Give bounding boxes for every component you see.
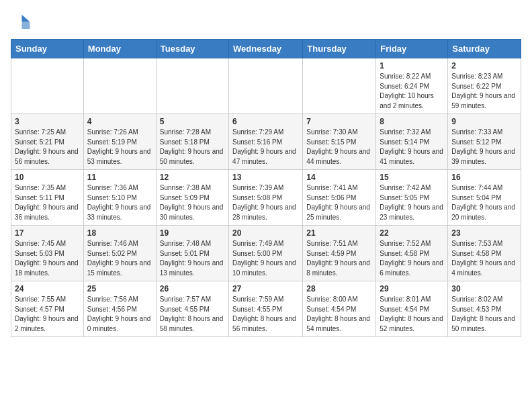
day-info: Sunrise: 8:00 AM Sunset: 4:54 PM Dayligh… bbox=[306, 295, 372, 334]
day-info: Sunrise: 7:46 AM Sunset: 5:02 PM Dayligh… bbox=[87, 239, 152, 278]
calendar-cell: 5Sunrise: 7:28 AM Sunset: 5:18 PM Daylig… bbox=[156, 114, 228, 170]
logo bbox=[11, 11, 34, 31]
calendar-cell bbox=[83, 58, 156, 114]
day-info: Sunrise: 7:26 AM Sunset: 5:19 PM Dayligh… bbox=[87, 128, 152, 167]
day-info: Sunrise: 8:22 AM Sunset: 6:24 PM Dayligh… bbox=[380, 72, 444, 111]
calendar-cell: 20Sunrise: 7:49 AM Sunset: 5:00 PM Dayli… bbox=[229, 226, 303, 281]
calendar-week-row: 1Sunrise: 8:22 AM Sunset: 6:24 PM Daylig… bbox=[11, 58, 521, 114]
calendar-cell bbox=[229, 58, 303, 114]
day-info: Sunrise: 7:33 AM Sunset: 5:12 PM Dayligh… bbox=[451, 128, 517, 167]
day-number: 17 bbox=[15, 228, 80, 238]
day-number: 7 bbox=[306, 117, 372, 126]
day-number: 3 bbox=[15, 117, 80, 126]
calendar-cell: 21Sunrise: 7:51 AM Sunset: 4:59 PM Dayli… bbox=[303, 226, 376, 281]
day-info: Sunrise: 7:49 AM Sunset: 5:00 PM Dayligh… bbox=[232, 239, 299, 278]
calendar-cell: 23Sunrise: 7:53 AM Sunset: 4:58 PM Dayli… bbox=[448, 226, 521, 281]
day-info: Sunrise: 8:02 AM Sunset: 4:53 PM Dayligh… bbox=[451, 295, 517, 334]
calendar-week-row: 3Sunrise: 7:25 AM Sunset: 5:21 PM Daylig… bbox=[11, 114, 521, 170]
calendar-cell: 30Sunrise: 8:02 AM Sunset: 4:53 PM Dayli… bbox=[448, 281, 521, 337]
calendar-week-row: 10Sunrise: 7:35 AM Sunset: 5:11 PM Dayli… bbox=[11, 170, 521, 226]
calendar-cell: 15Sunrise: 7:42 AM Sunset: 5:05 PM Dayli… bbox=[376, 170, 448, 226]
calendar-cell: 26Sunrise: 7:57 AM Sunset: 4:55 PM Dayli… bbox=[156, 281, 228, 337]
day-info: Sunrise: 7:35 AM Sunset: 5:11 PM Dayligh… bbox=[15, 183, 80, 222]
day-number: 21 bbox=[306, 228, 372, 238]
day-info: Sunrise: 7:57 AM Sunset: 4:55 PM Dayligh… bbox=[160, 295, 225, 334]
calendar-cell bbox=[11, 58, 84, 114]
day-number: 19 bbox=[160, 228, 225, 238]
day-info: Sunrise: 7:28 AM Sunset: 5:18 PM Dayligh… bbox=[160, 128, 225, 167]
calendar-week-row: 24Sunrise: 7:55 AM Sunset: 4:57 PM Dayli… bbox=[11, 281, 521, 337]
weekday-header: Sunday bbox=[11, 40, 84, 58]
calendar-cell: 19Sunrise: 7:48 AM Sunset: 5:01 PM Dayli… bbox=[156, 226, 228, 281]
weekday-header: Saturday bbox=[448, 40, 521, 58]
calendar-cell: 25Sunrise: 7:56 AM Sunset: 4:56 PM Dayli… bbox=[83, 281, 156, 337]
day-info: Sunrise: 7:29 AM Sunset: 5:16 PM Dayligh… bbox=[232, 128, 299, 167]
day-info: Sunrise: 7:25 AM Sunset: 5:21 PM Dayligh… bbox=[15, 128, 80, 167]
day-number: 9 bbox=[451, 117, 517, 126]
svg-marker-2 bbox=[22, 22, 30, 30]
day-info: Sunrise: 7:38 AM Sunset: 5:09 PM Dayligh… bbox=[160, 183, 225, 222]
day-number: 4 bbox=[87, 117, 152, 126]
day-number: 15 bbox=[380, 173, 444, 182]
day-number: 10 bbox=[15, 173, 80, 182]
calendar-cell: 4Sunrise: 7:26 AM Sunset: 5:19 PM Daylig… bbox=[83, 114, 156, 170]
calendar-cell: 29Sunrise: 8:01 AM Sunset: 4:54 PM Dayli… bbox=[376, 281, 448, 337]
day-number: 23 bbox=[451, 228, 517, 238]
day-number: 1 bbox=[380, 61, 444, 71]
day-info: Sunrise: 7:48 AM Sunset: 5:01 PM Dayligh… bbox=[160, 239, 225, 278]
page: SundayMondayTuesdayWednesdayThursdayFrid… bbox=[0, 0, 532, 344]
day-number: 24 bbox=[15, 284, 80, 293]
day-info: Sunrise: 7:36 AM Sunset: 5:10 PM Dayligh… bbox=[87, 183, 152, 222]
day-number: 5 bbox=[160, 117, 225, 126]
logo-icon bbox=[11, 11, 31, 31]
day-number: 16 bbox=[451, 173, 517, 182]
day-info: Sunrise: 7:51 AM Sunset: 4:59 PM Dayligh… bbox=[306, 239, 372, 278]
weekday-header: Tuesday bbox=[156, 40, 228, 58]
weekday-header: Friday bbox=[376, 40, 448, 58]
calendar-cell: 22Sunrise: 7:52 AM Sunset: 4:58 PM Dayli… bbox=[376, 226, 448, 281]
day-info: Sunrise: 7:41 AM Sunset: 5:06 PM Dayligh… bbox=[306, 183, 372, 222]
day-info: Sunrise: 7:44 AM Sunset: 5:04 PM Dayligh… bbox=[451, 183, 517, 222]
calendar-cell: 18Sunrise: 7:46 AM Sunset: 5:02 PM Dayli… bbox=[83, 226, 156, 281]
day-number: 29 bbox=[380, 284, 444, 293]
calendar-cell: 14Sunrise: 7:41 AM Sunset: 5:06 PM Dayli… bbox=[303, 170, 376, 226]
calendar-cell: 12Sunrise: 7:38 AM Sunset: 5:09 PM Dayli… bbox=[156, 170, 228, 226]
day-number: 11 bbox=[87, 173, 152, 182]
calendar-cell: 6Sunrise: 7:29 AM Sunset: 5:16 PM Daylig… bbox=[229, 114, 303, 170]
calendar-cell bbox=[156, 58, 228, 114]
calendar-cell: 11Sunrise: 7:36 AM Sunset: 5:10 PM Dayli… bbox=[83, 170, 156, 226]
day-number: 26 bbox=[160, 284, 225, 293]
calendar-cell: 9Sunrise: 7:33 AM Sunset: 5:12 PM Daylig… bbox=[448, 114, 521, 170]
day-number: 12 bbox=[160, 173, 225, 182]
calendar-cell: 1Sunrise: 8:22 AM Sunset: 6:24 PM Daylig… bbox=[376, 58, 448, 114]
day-info: Sunrise: 7:52 AM Sunset: 4:58 PM Dayligh… bbox=[380, 239, 444, 278]
day-info: Sunrise: 7:59 AM Sunset: 4:55 PM Dayligh… bbox=[232, 295, 299, 334]
day-number: 27 bbox=[232, 284, 299, 293]
day-number: 22 bbox=[380, 228, 444, 238]
calendar-cell: 2Sunrise: 8:23 AM Sunset: 6:22 PM Daylig… bbox=[448, 58, 521, 114]
calendar-cell: 10Sunrise: 7:35 AM Sunset: 5:11 PM Dayli… bbox=[11, 170, 84, 226]
day-info: Sunrise: 7:45 AM Sunset: 5:03 PM Dayligh… bbox=[15, 239, 80, 278]
day-number: 13 bbox=[232, 173, 299, 182]
weekday-header: Monday bbox=[83, 40, 156, 58]
day-info: Sunrise: 7:56 AM Sunset: 4:56 PM Dayligh… bbox=[87, 295, 152, 334]
calendar-cell: 3Sunrise: 7:25 AM Sunset: 5:21 PM Daylig… bbox=[11, 114, 84, 170]
day-number: 20 bbox=[232, 228, 299, 238]
day-number: 8 bbox=[380, 117, 444, 126]
day-info: Sunrise: 8:23 AM Sunset: 6:22 PM Dayligh… bbox=[451, 72, 517, 111]
day-info: Sunrise: 8:01 AM Sunset: 4:54 PM Dayligh… bbox=[380, 295, 444, 334]
calendar-cell: 8Sunrise: 7:32 AM Sunset: 5:14 PM Daylig… bbox=[376, 114, 448, 170]
day-info: Sunrise: 7:53 AM Sunset: 4:58 PM Dayligh… bbox=[451, 239, 517, 278]
weekday-header: Thursday bbox=[303, 40, 376, 58]
day-number: 6 bbox=[232, 117, 299, 126]
day-number: 18 bbox=[87, 228, 152, 238]
calendar-cell bbox=[303, 58, 376, 114]
day-info: Sunrise: 7:39 AM Sunset: 5:08 PM Dayligh… bbox=[232, 183, 299, 222]
calendar-cell: 16Sunrise: 7:44 AM Sunset: 5:04 PM Dayli… bbox=[448, 170, 521, 226]
calendar-cell: 27Sunrise: 7:59 AM Sunset: 4:55 PM Dayli… bbox=[229, 281, 303, 337]
calendar-cell: 13Sunrise: 7:39 AM Sunset: 5:08 PM Dayli… bbox=[229, 170, 303, 226]
calendar-cell: 17Sunrise: 7:45 AM Sunset: 5:03 PM Dayli… bbox=[11, 226, 84, 281]
calendar-table: SundayMondayTuesdayWednesdayThursdayFrid… bbox=[11, 39, 521, 337]
day-number: 2 bbox=[451, 61, 517, 71]
weekday-header-row: SundayMondayTuesdayWednesdayThursdayFrid… bbox=[11, 40, 521, 58]
